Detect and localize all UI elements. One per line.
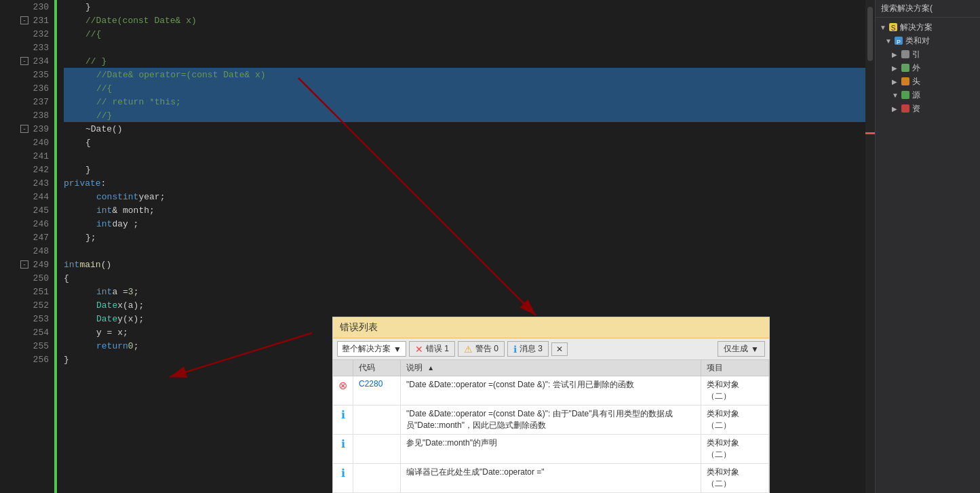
tree-item-label-external: 外 [912, 62, 920, 74]
warn-icon: ⚠ [464, 344, 473, 355]
error-icon: ✕ [415, 344, 423, 355]
error-code-val: C2280 [359, 379, 383, 389]
token: { [64, 273, 69, 283]
dropdown-arrow-icon: ▼ [393, 344, 401, 354]
error-row-4[interactable]: ℹ编译器已在此处生成"Date::operator ="类和对象（二） [333, 464, 769, 493]
gutter-line-242: 242 [0, 163, 54, 176]
token: 0 [128, 341, 134, 351]
tree-expand-arrow: ▼ [892, 92, 899, 99]
tree-item-resource[interactable]: ▶资 [878, 102, 977, 115]
message-filter-btn[interactable]: ℹ 消息 3 [507, 341, 549, 357]
info-type-icon: ℹ [341, 438, 345, 450]
gutter-line-255: 255 [0, 339, 54, 353]
info-type-icon: ℹ [341, 409, 345, 420]
token: main [79, 260, 100, 270]
line-number-255: 255 [30, 341, 49, 351]
tree-item-references[interactable]: ▶引 [878, 47, 977, 61]
gutter-line-238: 238 [0, 109, 54, 122]
token: //{ [96, 83, 112, 94]
tree-item-label-references: 引 [912, 49, 920, 60]
gutter-line-233: 233 [0, 41, 54, 54]
advanced-filter-btn[interactable]: ✕ [551, 342, 568, 356]
code-line-252: Date x(a); [64, 298, 865, 312]
token: int [96, 219, 112, 229]
token: //} [96, 111, 112, 121]
tree-item-solution[interactable]: ▼S解决方案 [878, 20, 977, 34]
ext-icon [900, 62, 911, 73]
token: day ; [112, 219, 138, 229]
row-project: 类和对象（二） [701, 435, 769, 464]
project-icon: P [893, 35, 904, 46]
svg-text:S: S [891, 24, 896, 32]
error-row-1[interactable]: ⊗C2280"Date &Date::operator =(const Date… [333, 376, 769, 406]
scrollbar-thumb[interactable] [867, 7, 873, 61]
code-line-236: //{ [64, 81, 865, 95]
warning-filter-btn[interactable]: ⚠ 警告 0 [458, 341, 505, 357]
tree-item-source[interactable]: ▼源 [878, 88, 977, 102]
line-number-235: 235 [30, 70, 49, 80]
gutter-line-249: -249 [0, 258, 54, 271]
gutter-line-239: -239 [0, 122, 54, 136]
tree-item-header[interactable]: ▶头 [878, 75, 977, 88]
token: return [96, 341, 128, 351]
gutter-line-253: 253 [0, 312, 54, 326]
token: private [64, 178, 101, 189]
token: } [85, 2, 91, 12]
line-number-236: 236 [30, 83, 49, 94]
editor-area: 230-231232233-234235236237238-2392402412… [0, 0, 875, 493]
gutter-line-230: 230 [0, 0, 54, 14]
tree-item-classobj[interactable]: ▼P类和对 [878, 34, 977, 47]
token: } [64, 355, 69, 365]
tree-expand-arrow: ▶ [892, 105, 899, 113]
code-line-235: //Date& operator=(const Date& x) [64, 68, 865, 81]
row-icon: ℹ [333, 435, 353, 464]
line-number-249: 249 [30, 260, 49, 270]
sort-arrow-icon: ▲ [427, 364, 434, 372]
line-number-256: 256 [30, 355, 49, 365]
gutter-line-235: 235 [0, 68, 54, 81]
info-icon: ℹ [513, 344, 517, 355]
line-number-241: 241 [30, 151, 49, 161]
expand-btn-234[interactable]: - [20, 57, 28, 65]
token: int [96, 205, 112, 216]
tree-expand-arrow: ▶ [892, 51, 899, 58]
expand-btn-231[interactable]: - [20, 16, 28, 24]
gutter-line-252: 252 [0, 298, 54, 312]
gutter-line-254: 254 [0, 326, 54, 339]
col-header-desc: 说明 ▲ [401, 360, 701, 376]
gutter-line-244: 244 [0, 190, 54, 203]
error-filter-btn[interactable]: ✕ 错误 1 [409, 341, 455, 357]
line-number-238: 238 [30, 111, 49, 121]
tree-item-external[interactable]: ▶外 [878, 61, 977, 75]
code-line-239: ~Date() [64, 122, 865, 136]
scope-dropdown[interactable]: 整个解决方案 ▼ [337, 341, 406, 357]
token: x(a); [117, 300, 144, 311]
token: Date [96, 300, 117, 311]
code-line-242: } [64, 163, 865, 176]
line-number-242: 242 [30, 165, 49, 175]
expand-btn-239[interactable]: - [20, 125, 28, 133]
svg-rect-12 [901, 104, 909, 113]
line-number-246: 246 [30, 219, 49, 229]
error-row-2[interactable]: ℹ"Date &Date::operator =(const Date &)":… [333, 406, 769, 435]
gutter-line-241: 241 [0, 149, 54, 163]
build-dropdown-arrow: ▼ [751, 344, 759, 354]
gutter-line-231: -231 [0, 14, 54, 27]
error-row-3[interactable]: ℹ参见"Date::month"的声明类和对象（二） [333, 435, 769, 464]
build-scope-dropdown[interactable]: 仅生成 ▼ [718, 341, 765, 357]
code-line-238: //} [64, 109, 865, 122]
expand-btn-249[interactable]: - [20, 260, 28, 269]
solution-tree: ▼S解决方案▼P类和对▶引▶外▶头▼源▶资 [876, 18, 980, 118]
error-table-header: 代码 说明 ▲ 项目 [333, 360, 769, 376]
col-header-project: 项目 [701, 360, 769, 376]
vertical-scrollbar[interactable] [865, 0, 875, 493]
row-desc: "Date &Date::operator =(const Date &)": … [401, 406, 701, 435]
code-line-248 [64, 244, 865, 258]
token: & month; [112, 205, 154, 216]
row-code [353, 435, 401, 464]
right-panel: 搜索解决方案( ▼S解决方案▼P类和对▶引▶外▶头▼源▶资 [875, 0, 980, 493]
filter-icon: ✕ [556, 344, 563, 354]
gutter-line-248: 248 [0, 244, 54, 258]
solution-search-header: 搜索解决方案( [876, 0, 980, 18]
tree-item-label-solution: 解决方案 [900, 22, 933, 33]
